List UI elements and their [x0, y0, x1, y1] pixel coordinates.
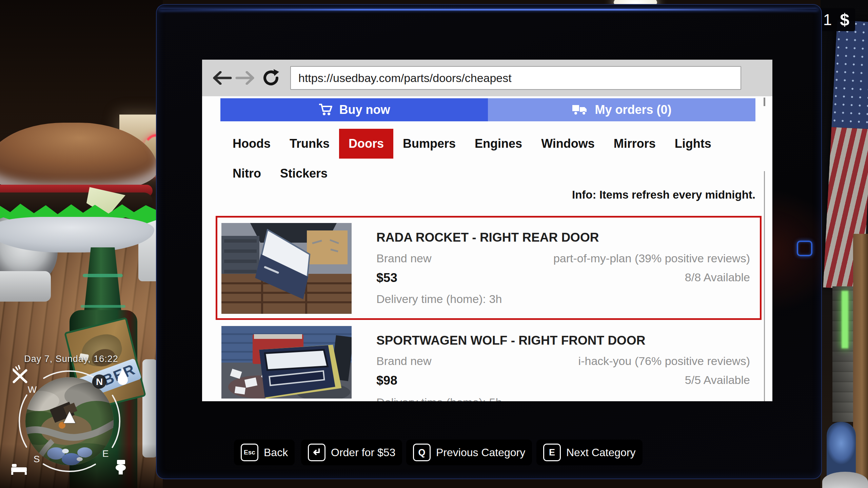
order-label: Order for $53 — [331, 446, 395, 459]
previous-category-button[interactable]: Q Previous Category — [406, 440, 532, 465]
browser-forward-icon[interactable] — [235, 67, 256, 88]
minimap: N W S E — [8, 360, 131, 482]
tab-hoods[interactable]: Hoods — [223, 129, 280, 159]
back-button[interactable]: Esc Back — [234, 440, 295, 465]
return-arrow-icon — [308, 444, 326, 461]
tab-lights[interactable]: Lights — [665, 129, 721, 159]
item-price: $98 — [376, 373, 397, 388]
item-meta-row: Brand new i-hack-you (76% positive revie… — [376, 354, 750, 368]
tab-engines[interactable]: Engines — [465, 129, 532, 159]
my-orders-label: My orders (0) — [595, 103, 671, 117]
item-price: $53 — [376, 271, 397, 285]
tablet-edge-glow — [159, 9, 818, 11]
compass-e: E — [102, 448, 109, 459]
e-key-icon: E — [543, 444, 561, 461]
food-icon — [13, 366, 26, 382]
compass-s: S — [34, 454, 40, 464]
item-delivery-row: Delivery time (home): 5h — [376, 396, 750, 401]
scrollbar-thumb[interactable] — [764, 98, 765, 106]
item-thumbnail — [221, 223, 352, 314]
flag-stars — [831, 20, 868, 129]
toilet-icon — [116, 460, 126, 474]
scrollbar-track[interactable] — [764, 171, 765, 401]
tablet-home-button[interactable] — [797, 241, 812, 256]
buy-now-label: Buy now — [339, 103, 390, 117]
browser-refresh-icon[interactable] — [260, 67, 281, 88]
shop-mode-buttons: Buy now My orders (0) — [220, 98, 755, 121]
item-title: RADA ROCKET - RIGHT REAR DOOR — [376, 230, 750, 245]
delivery-truck-icon — [572, 104, 589, 116]
item-condition: Brand new — [376, 354, 432, 368]
tab-stickers[interactable]: Stickers — [271, 159, 337, 188]
esc-key-icon: Esc — [241, 444, 258, 461]
item-seller: part-of-my-plan (39% positive reviews) — [553, 252, 750, 265]
tab-doors[interactable]: Doors — [339, 129, 393, 159]
item-thumbnail — [221, 326, 352, 399]
item-condition: Brand new — [376, 252, 432, 265]
category-tabs-row2: Nitro Stickers — [223, 159, 337, 188]
tab-windows[interactable]: Windows — [532, 129, 604, 159]
next-category-label: Next Category — [566, 446, 636, 459]
url-input[interactable] — [290, 66, 741, 90]
bottle-ring — [83, 274, 123, 277]
q-key-icon: Q — [413, 444, 431, 461]
browser-back-icon[interactable] — [212, 67, 233, 88]
water-icon — [118, 368, 128, 385]
next-category-button[interactable]: E Next Category — [536, 440, 643, 465]
shop-page: Buy now My orders (0) Hoods Trunks Doors… — [202, 96, 772, 401]
tab-mirrors[interactable]: Mirrors — [604, 129, 665, 159]
previous-category-label: Previous Category — [436, 446, 525, 459]
game-screen: BOBER 6481 $ — [0, 0, 868, 488]
tab-bumpers[interactable]: Bumpers — [393, 129, 465, 159]
item-delivery: Delivery time (home): 3h — [376, 292, 502, 306]
item-delivery: Delivery time (home): 5h — [376, 396, 502, 401]
green-neon-light — [842, 291, 848, 348]
buy-now-button[interactable]: Buy now — [220, 98, 488, 121]
tab-trunks[interactable]: Trunks — [280, 129, 339, 159]
item-price-row: $98 5/5 Available — [376, 373, 750, 388]
item-price-row: $53 8/8 Available — [376, 271, 750, 285]
category-tabs-row1: Hoods Trunks Doors Bumpers Engines Windo… — [223, 129, 721, 159]
item-availability: 8/8 Available — [685, 271, 750, 285]
item-meta-row: Brand new part-of-my-plan (39% positive … — [376, 252, 750, 265]
tab-nitro[interactable]: Nitro — [223, 159, 271, 188]
compass-n: N — [96, 377, 103, 387]
white-chair-right-leg — [142, 359, 157, 458]
compass-w: W — [28, 384, 37, 395]
sleep-icon — [11, 464, 27, 475]
item-availability: 5/5 Available — [685, 373, 750, 388]
item-delivery-row: Delivery time (home): 3h — [376, 292, 750, 306]
item-title: SPORTWAGEN WOLF - RIGHT FRONT DOOR — [376, 333, 750, 348]
refresh-info-text: Info: Items refresh every midnight. — [572, 188, 755, 201]
order-button[interactable]: Order for $53 — [301, 440, 402, 465]
cart-icon — [318, 103, 333, 117]
bottle-ring — [81, 305, 125, 308]
item-seller: i-hack-you (76% positive reviews) — [578, 354, 750, 368]
browser-window: Buy now My orders (0) Hoods Trunks Doors… — [202, 60, 772, 401]
browser-toolbar — [202, 60, 772, 97]
back-label: Back — [264, 446, 288, 459]
dollar-sign: $ — [840, 10, 849, 29]
white-chair-left-seat — [0, 271, 51, 302]
my-orders-button[interactable]: My orders (0) — [488, 98, 755, 121]
